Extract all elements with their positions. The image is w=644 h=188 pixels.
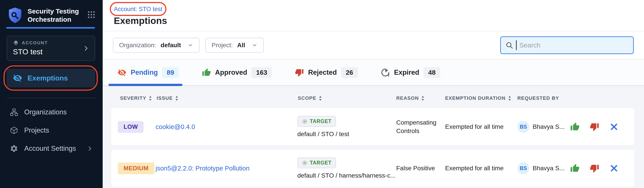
cube-icon — [10, 126, 18, 135]
app-window: Security Testing Orchestration ACCOUNT S… — [0, 0, 644, 188]
account-name: STO test — [13, 47, 89, 56]
row-actions — [567, 164, 634, 173]
sort-icon — [149, 96, 152, 101]
requester-name: Bhavya S... — [533, 123, 564, 130]
column-header-severity[interactable]: SEVERITY — [118, 95, 156, 101]
approve-button[interactable] — [570, 122, 580, 131]
gear-icon — [10, 144, 18, 153]
sidebar-item-label: Exemptions — [28, 74, 68, 82]
exemptions-table: SEVERITY ISSUE SCOPE REASON EXEMPTION DU… — [103, 86, 644, 188]
tab-expired[interactable]: Expired 48 — [381, 60, 440, 85]
column-header-scope[interactable]: SCOPE — [297, 95, 393, 101]
project-dropdown-label: Project: — [212, 42, 233, 49]
sidebar-item-label: Projects — [24, 126, 49, 134]
search-box — [500, 36, 634, 54]
tab-rejected[interactable]: Rejected 26 — [295, 60, 358, 85]
org-chart-icon — [10, 108, 18, 116]
thumbs-down-icon — [295, 68, 304, 77]
sort-icon — [175, 96, 178, 101]
tab-label: Approved — [215, 69, 247, 77]
avatar: BS — [517, 162, 529, 174]
sidebar-nav: Organizations Projects Account Settings — [7, 103, 95, 158]
chevron-right-icon — [87, 145, 93, 152]
issue-link[interactable]: cookie@0.4.0 — [156, 123, 195, 130]
thumbs-down-icon — [590, 122, 599, 131]
avatar: BS — [517, 121, 529, 133]
sort-icon — [319, 96, 322, 101]
row-actions — [567, 122, 634, 131]
chevron-right-icon — [83, 45, 89, 52]
sidebar-item-account-settings[interactable]: Account Settings — [7, 139, 95, 158]
scope-path: default / STO / test — [297, 131, 349, 138]
tab-count-badge: 163 — [251, 67, 272, 78]
tab-label: Expired — [394, 69, 419, 77]
app-grid-icon[interactable] — [88, 11, 95, 18]
column-header-exemption-duration[interactable]: EXEMPTION DURATION — [442, 95, 514, 101]
reject-button[interactable] — [590, 164, 599, 173]
chevron-down-icon — [252, 42, 258, 48]
thumbs-down-icon — [590, 164, 599, 173]
breadcrumb-account-link[interactable]: Account: STO test — [114, 6, 162, 12]
issue-cell: cookie@0.4.0 — [156, 123, 297, 131]
target-icon — [302, 119, 308, 124]
search-input[interactable] — [519, 41, 629, 49]
tab-label: Pending — [131, 69, 158, 77]
target-chip: TARGET — [297, 116, 336, 127]
sidebar-item-organizations[interactable]: Organizations — [7, 103, 95, 121]
severity-badge: LOW — [118, 121, 144, 133]
logo-underline — [6, 27, 95, 29]
table-header-row: SEVERITY ISSUE SCOPE REASON EXEMPTION DU… — [111, 86, 634, 108]
scope-path: default / STO / harness/harness-c... — [297, 172, 395, 179]
reason-cell: Compensating Controls — [393, 118, 442, 135]
close-x-icon — [609, 122, 619, 131]
issue-link[interactable]: json5@2.2.0: Prototype Pollution — [156, 165, 250, 172]
search-icon — [505, 41, 513, 49]
cancel-button[interactable] — [609, 164, 619, 173]
sidebar-item-label: Account Settings — [24, 145, 76, 153]
thumbs-up-icon — [570, 164, 580, 173]
tab-count-badge: 26 — [341, 67, 358, 78]
project-dropdown[interactable]: Project: All — [205, 38, 264, 53]
duration-cell: Exempted for all time — [442, 165, 514, 172]
issue-cell: json5@2.2.0: Prototype Pollution — [156, 165, 297, 172]
tab-approved[interactable]: Approved 163 — [202, 60, 272, 85]
table-row[interactable]: LOW cookie@0.4.0 TARGET default / STO / … — [111, 108, 634, 145]
tab-count-badge: 89 — [162, 67, 179, 78]
target-icon — [302, 160, 308, 166]
sort-icon — [421, 96, 424, 101]
severity-badge: MEDIUM — [118, 163, 154, 174]
thumbs-up-icon — [570, 122, 580, 131]
severity-cell: LOW — [118, 121, 156, 133]
sidebar-item-exemptions[interactable]: Exemptions — [7, 69, 95, 87]
approve-button[interactable] — [570, 164, 580, 173]
sidebar-item-projects[interactable]: Projects — [7, 121, 95, 139]
requested-by-cell: BS Bhavya S... — [514, 121, 567, 133]
column-header-reason[interactable]: REASON — [393, 95, 442, 101]
tabs-bar: Pending 89 Approved 163 Rejected 26 — [103, 60, 644, 86]
table-row[interactable]: MEDIUM json5@2.2.0: Prototype Pollution … — [111, 150, 634, 187]
requester-name: Bhavya S... — [533, 165, 564, 172]
account-label: ACCOUNT — [22, 40, 48, 45]
page-header: Account: STO test Exemptions — [103, 0, 644, 31]
reject-button[interactable] — [590, 122, 599, 131]
close-x-icon — [609, 164, 619, 173]
sidebar-divider — [7, 98, 95, 98]
account-scope-selector[interactable]: ACCOUNT STO test — [7, 36, 95, 61]
duration-cell: Exempted for all time — [442, 123, 514, 130]
organization-dropdown[interactable]: Organization: default — [113, 38, 200, 53]
sidebar: Security Testing Orchestration ACCOUNT S… — [0, 0, 103, 188]
eye-off-icon — [118, 68, 126, 77]
app-logo-row: Security Testing Orchestration — [0, 0, 103, 23]
sidebar-item-label: Organizations — [24, 108, 67, 116]
project-dropdown-value: All — [237, 42, 245, 49]
target-chip: TARGET — [297, 157, 336, 168]
tab-count-badge: 48 — [424, 67, 440, 78]
tab-pending[interactable]: Pending 89 — [118, 60, 179, 85]
scope-cell: TARGET default / STO / test — [297, 116, 393, 138]
thumbs-up-icon — [202, 68, 211, 77]
layers-icon — [13, 40, 19, 46]
organization-dropdown-label: Organization: — [119, 42, 156, 49]
column-header-issue[interactable]: ISSUE — [156, 95, 297, 101]
tab-label: Rejected — [308, 69, 337, 77]
cancel-button[interactable] — [609, 122, 619, 131]
